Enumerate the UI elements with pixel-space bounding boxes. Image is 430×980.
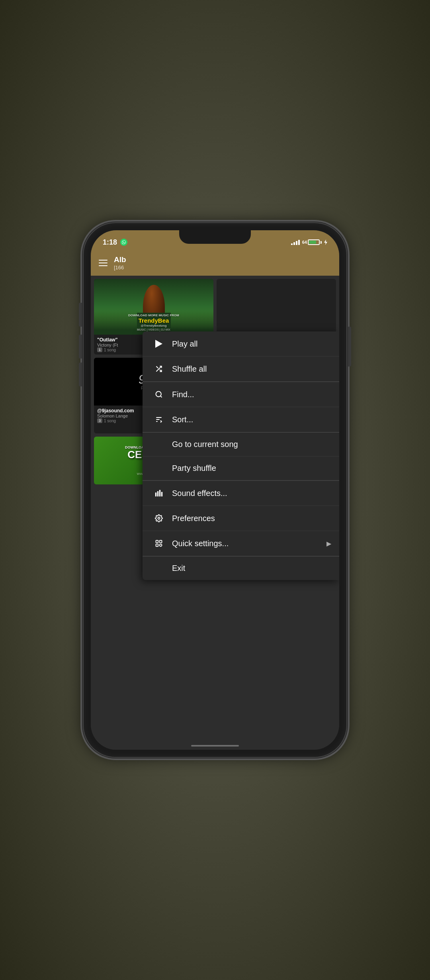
svg-rect-15 (156, 541, 158, 543)
svg-rect-12 (159, 490, 160, 497)
trendy-label-block: DOWNLOAD MORE MUSIC FROM TrendyBea @Tren… (94, 314, 213, 331)
menu-label-preferences: Preferences (172, 514, 215, 523)
album-title-9jasound: @9jasound.com (97, 408, 134, 414)
svg-marker-1 (155, 340, 162, 348)
status-time: 1:18 (103, 238, 127, 247)
sort-icon (154, 414, 164, 425)
menu-label-party-shuffle: Party shuffle (172, 464, 216, 473)
album-info-block: @9jasound.com Solomon Lange 3 1 song (97, 408, 134, 423)
hamburger-line (99, 265, 108, 266)
menu-label-exit: Exit (172, 564, 185, 573)
battery-level: 64 (302, 240, 307, 245)
menu-label-go-to-current: Go to current song (172, 440, 238, 449)
menu-label-find: Find... (172, 390, 194, 399)
charging-icon (324, 239, 327, 245)
menu-item-sound-effects[interactable]: Sound effects... (143, 481, 339, 506)
battery-fill (309, 241, 316, 244)
app-header: Alb [166 (91, 250, 339, 276)
menu-label-sort: Sort... (172, 415, 193, 424)
menu-item-play-all[interactable]: Play all (143, 331, 339, 357)
song-count: 1 song (104, 348, 116, 352)
whatsapp-icon (120, 239, 127, 246)
menu-label-play-all: Play all (172, 339, 197, 349)
hamburger-menu-button[interactable] (99, 260, 108, 266)
battery-indicator: 64 (302, 239, 322, 245)
svg-rect-16 (156, 544, 158, 547)
menu-item-party-shuffle[interactable]: Party shuffle (143, 457, 339, 480)
svg-rect-10 (155, 492, 156, 496)
status-right: 64 (291, 239, 327, 245)
trendy-name: TrendyBea (94, 318, 213, 324)
trendy-tags: MUSIC | VIDEOS | DJ MIX (94, 328, 213, 331)
context-menu: Play all Shuffle all (143, 331, 339, 580)
hamburger-line (99, 263, 108, 263)
chevron-right-icon: ▶ (326, 540, 331, 547)
svg-rect-13 (161, 492, 162, 497)
home-indicator (191, 745, 239, 747)
badge: 1 (97, 347, 102, 352)
signal-bars (291, 239, 300, 245)
equalizer-icon (154, 488, 164, 498)
badge-9jasound: 3 (97, 418, 102, 423)
album-cover-placeholder (217, 279, 336, 335)
hamburger-line (99, 260, 108, 261)
album-cover-outlaw: DOWNLOAD MORE MUSIC FROM TrendyBea @Tren… (94, 279, 213, 335)
menu-label-sound-effects: Sound effects... (172, 489, 227, 498)
menu-item-go-to-current[interactable]: Go to current song (143, 433, 339, 457)
album-info-9jasound: 3 1 song (97, 418, 134, 423)
album-artist-9jasound: Solomon Lange (97, 414, 134, 418)
notch (179, 230, 251, 244)
menu-item-preferences[interactable]: Preferences (143, 506, 339, 531)
battery-body (308, 239, 320, 245)
menu-item-quick-settings[interactable]: Quick settings... ▶ (143, 531, 339, 556)
shuffle-icon (154, 364, 164, 374)
signal-bar-1 (291, 243, 293, 245)
svg-marker-0 (324, 239, 327, 245)
menu-item-find[interactable]: Find... (143, 382, 339, 407)
trendy-logo: DOWNLOAD MORE MUSIC FROM TrendyBea @Tren… (94, 314, 213, 331)
gear-icon (154, 513, 164, 523)
page-subtitle: [166 (114, 265, 126, 270)
menu-item-exit[interactable]: Exit (143, 557, 339, 580)
signal-bar-3 (296, 241, 297, 245)
search-icon (154, 389, 164, 400)
svg-line-4 (156, 367, 158, 368)
svg-rect-17 (160, 541, 162, 543)
song-count-9jasound: 1 song (104, 419, 116, 423)
time-display: 1:18 (103, 238, 117, 247)
page-title: Alb (114, 255, 126, 265)
phone-screen: 1:18 64 (91, 230, 339, 750)
svg-point-18 (160, 544, 162, 547)
menu-item-sort[interactable]: Sort... (143, 407, 339, 432)
phone-frame: 1:18 64 (84, 223, 346, 757)
battery-tip (321, 241, 322, 244)
svg-rect-11 (157, 491, 158, 496)
signal-bar-4 (298, 240, 300, 245)
signal-bar-2 (293, 242, 295, 245)
trendy-social: @TrendyBeatzng (94, 324, 213, 328)
play-icon (154, 339, 164, 349)
svg-line-6 (160, 396, 162, 398)
svg-point-5 (156, 392, 161, 397)
menu-item-shuffle-all[interactable]: Shuffle all (143, 357, 339, 382)
content-area: DOWNLOAD MORE MUSIC FROM TrendyBea @Tren… (91, 276, 339, 750)
menu-label-quick-settings: Quick settings... (172, 539, 229, 548)
svg-point-14 (158, 517, 160, 519)
quick-settings-icon (154, 538, 164, 549)
menu-label-shuffle-all: Shuffle all (172, 365, 207, 374)
header-title-block: Alb [166 (114, 255, 126, 270)
